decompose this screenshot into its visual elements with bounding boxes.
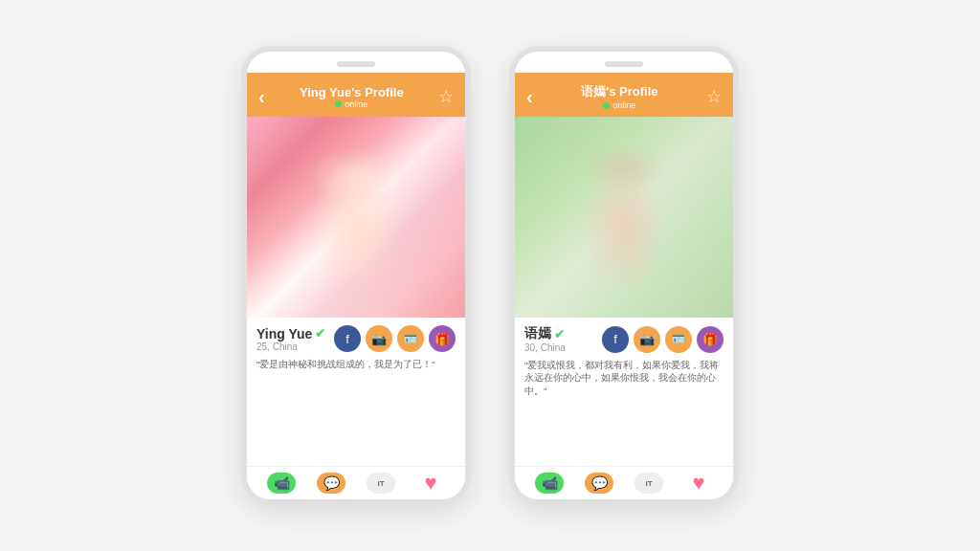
- like-button-1[interactable]: ♥: [416, 473, 445, 494]
- header-center-2: 语嫣's Profile online: [533, 83, 706, 110]
- camera-icon-2[interactable]: 📷: [634, 326, 660, 353]
- phone-1-inner: ‹ Ying Yue's Profile online ☆ Ying Yue ✔: [247, 73, 465, 499]
- star-button-1[interactable]: ☆: [438, 86, 454, 107]
- back-button-2[interactable]: ‹: [526, 86, 533, 108]
- visit-icon-1: IT: [367, 473, 395, 494]
- id-icon-1[interactable]: 🪪: [397, 325, 424, 352]
- phone-2: ‹ 语嫣's Profile online ☆ 语嫣 ✔: [509, 46, 739, 505]
- visit-button-2[interactable]: IT: [635, 473, 663, 494]
- profile-info-2: 语嫣 ✔ 30, China f 📷 🪪 🎁: [515, 318, 733, 357]
- phone-2-inner: ‹ 语嫣's Profile online ☆ 语嫣 ✔: [515, 73, 733, 499]
- back-button-1[interactable]: ‹: [258, 86, 265, 108]
- name-area-2: 语嫣 ✔ 30, China: [524, 325, 566, 353]
- profile-photo-1: [247, 117, 465, 318]
- user-age-location-1: 25, China: [256, 342, 325, 352]
- gift-icon-2[interactable]: 🎁: [697, 326, 724, 353]
- user-name-2: 语嫣 ✔: [524, 325, 566, 342]
- visit-icon-2: IT: [635, 473, 663, 494]
- profile-title-1: Ying Yue's Profile: [300, 85, 404, 99]
- like-button-2[interactable]: ♥: [684, 473, 713, 494]
- online-status-1: online: [335, 99, 368, 109]
- chat-button-2[interactable]: 💬: [585, 473, 613, 494]
- online-status-2: online: [603, 100, 635, 110]
- camera-icon-1[interactable]: 📷: [366, 325, 392, 352]
- header-center-1: Ying Yue's Profile online: [265, 85, 438, 109]
- facebook-icon-2[interactable]: f: [602, 326, 629, 353]
- action-icons-2: f 📷 🪪 🎁: [602, 326, 724, 353]
- verified-icon-1: ✔: [315, 326, 325, 341]
- profile-info-1: Ying Yue ✔ 25, China f 📷 🪪 🎁: [247, 318, 465, 356]
- action-icons-1: f 📷 🪪 🎁: [334, 325, 456, 352]
- verified-icon-2: ✔: [554, 327, 565, 342]
- star-button-2[interactable]: ☆: [706, 86, 722, 107]
- name-area-1: Ying Yue ✔ 25, China: [256, 326, 325, 352]
- video-icon-2: 📹: [535, 473, 564, 494]
- heart-icon-2: ♥: [684, 473, 713, 494]
- online-dot-2: [603, 102, 610, 109]
- visit-button-1[interactable]: IT: [367, 473, 395, 494]
- profile-title-2: 语嫣's Profile: [581, 83, 657, 100]
- video-icon-1: 📹: [267, 473, 296, 494]
- facebook-icon-1[interactable]: f: [334, 325, 361, 352]
- video-button-2[interactable]: 📹: [535, 473, 564, 494]
- user-name-1: Ying Yue ✔: [256, 326, 325, 342]
- profile-photo-2: [515, 117, 733, 318]
- header-1: ‹ Ying Yue's Profile online ☆: [247, 73, 465, 117]
- user-age-location-2: 30, China: [524, 342, 566, 353]
- gift-icon-1[interactable]: 🎁: [429, 325, 456, 352]
- bottom-actions-2: 📹 💬 IT ♥: [515, 466, 733, 499]
- bottom-actions-1: 📹 💬 IT ♥: [247, 466, 465, 499]
- profile-quote-2: "爱我或恨我，都对我有利，如果你爱我，我将永远在你的心中，如果你恨我，我会在你的…: [515, 357, 733, 403]
- profile-quote-1: "爱是由神秘和挑战组成的，我是为了已！": [247, 356, 465, 376]
- video-button-1[interactable]: 📹: [267, 473, 296, 494]
- phone-1: ‹ Ying Yue's Profile online ☆ Ying Yue ✔: [241, 46, 471, 505]
- heart-icon-1: ♥: [416, 473, 445, 494]
- chat-button-1[interactable]: 💬: [317, 473, 345, 494]
- chat-icon-1: 💬: [317, 473, 345, 494]
- online-dot-1: [335, 100, 342, 107]
- id-icon-2[interactable]: 🪪: [665, 326, 692, 353]
- online-label-2: online: [612, 100, 635, 110]
- app-container: ‹ Ying Yue's Profile online ☆ Ying Yue ✔: [0, 0, 980, 551]
- chat-icon-2: 💬: [585, 473, 613, 494]
- online-label-1: online: [345, 99, 368, 109]
- header-2: ‹ 语嫣's Profile online ☆: [515, 73, 733, 117]
